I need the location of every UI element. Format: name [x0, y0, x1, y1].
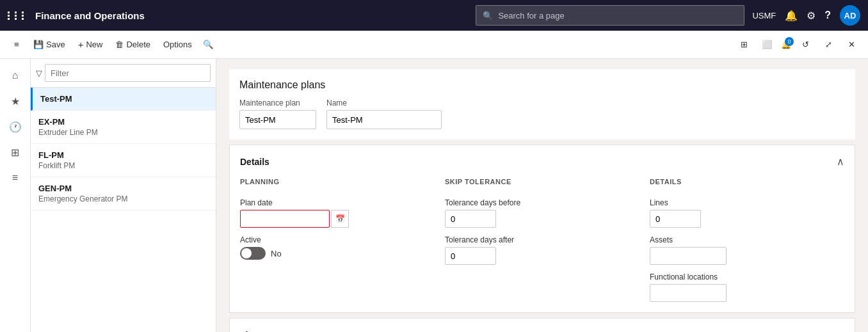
list-item[interactable]: FL-PM Forklift PM	[31, 144, 216, 177]
save-icon: 💾	[33, 40, 44, 49]
name-input[interactable]	[326, 110, 442, 129]
list-item-title: Test-PM	[40, 94, 208, 104]
list-panel: ▽ Test-PM EX-PM Extruder Line PM FL-PM F…	[31, 59, 216, 332]
list-item[interactable]: EX-PM Extruder Line PM	[31, 111, 216, 144]
list-item[interactable]: GEN-PM Emergency Generator PM	[31, 177, 216, 210]
maximize-icon[interactable]: ⤢	[819, 36, 837, 54]
name-field: Name	[326, 99, 442, 129]
filter-icon: ▽	[36, 68, 42, 78]
top-navigation: Finance and Operations 🔍 Search for a pa…	[0, 0, 868, 31]
close-icon[interactable]: ✕	[842, 36, 860, 54]
detail-panel: Maintenance plans Maintenance plan Name …	[216, 59, 868, 332]
plan-date-input[interactable]	[240, 210, 330, 228]
details-title: Details	[240, 157, 269, 167]
list-items: Test-PM EX-PM Extruder Line PM FL-PM For…	[31, 88, 216, 332]
options-button[interactable]: Options	[158, 37, 197, 52]
apps-icon[interactable]	[8, 12, 28, 20]
maintenance-plan-input[interactable]	[239, 110, 316, 129]
bell-icon[interactable]: 🔔	[785, 10, 798, 22]
notification-badge[interactable]: 🔔 0	[781, 40, 791, 49]
list-item-subtitle: Emergency Generator PM	[38, 194, 208, 203]
open-in-new-icon[interactable]: ⬜	[758, 36, 776, 54]
sidebar-home-icon[interactable]: ⌂	[4, 64, 27, 87]
sidebar-clock-icon[interactable]: 🕐	[4, 115, 27, 138]
list-filter-bar: ▽	[31, 59, 216, 88]
favorites-icon[interactable]: ⊞	[735, 36, 753, 54]
tolerance-days-after-input[interactable]	[445, 247, 496, 265]
details-section: Details ∧ PLANNING Plan date 📅 Activ	[229, 145, 855, 313]
planning-col-label: PLANNING	[240, 178, 435, 186]
details-grid: PLANNING Plan date 📅 Active	[240, 178, 844, 302]
toolbar-right-actions: ⊞ ⬜ 🔔 0 ↺ ⤢ ✕	[735, 36, 860, 54]
active-field: Active No	[240, 235, 435, 260]
name-label: Name	[326, 99, 442, 107]
main-layout: ⌂ ★ 🕐 ⊞ ≡ ▽ Test-PM EX-PM Extruder Line …	[0, 59, 868, 332]
assets-input[interactable]	[650, 247, 727, 265]
refresh-icon[interactable]: ↺	[796, 36, 814, 54]
hamburger-menu[interactable]: ≡	[8, 36, 26, 54]
user-region: USMF	[752, 11, 776, 20]
functional-locations-field: Functional locations	[650, 273, 844, 302]
active-toggle[interactable]	[240, 247, 266, 260]
plan-date-field: Plan date 📅	[240, 198, 435, 228]
details-section-header: Details ∧	[240, 155, 844, 170]
list-item[interactable]: Test-PM	[31, 88, 216, 111]
save-button[interactable]: 💾 Save	[28, 37, 70, 52]
details-collapse-button[interactable]: ∧	[837, 155, 844, 168]
calendar-button[interactable]: 📅	[331, 210, 349, 228]
details-column: DETAILS Lines Assets Functional location…	[650, 178, 844, 302]
top-nav-right: USMF 🔔 ⚙ ? AD	[752, 5, 860, 26]
new-button[interactable]: + New	[73, 36, 108, 52]
active-value: No	[271, 249, 282, 258]
sidebar-icons: ⌂ ★ 🕐 ⊞ ≡	[0, 59, 31, 332]
delete-button[interactable]: 🗑 Delete	[110, 37, 156, 52]
search-toolbar-icon[interactable]: 🔍	[200, 36, 218, 54]
functional-locations-input[interactable]	[650, 284, 727, 302]
maintenance-plan-label: Maintenance plan	[239, 99, 316, 107]
sidebar-menu-icon[interactable]: ≡	[4, 166, 27, 189]
skip-tolerance-col-label: SKIP TOLERANCE	[445, 178, 639, 186]
sidebar-star-icon[interactable]: ★	[4, 90, 27, 113]
global-search[interactable]: 🔍 Search for a page	[476, 5, 744, 26]
tolerance-days-after-field: Tolerance days after	[445, 235, 639, 265]
lines-input[interactable]	[650, 210, 701, 228]
lines-field: Lines	[650, 198, 844, 228]
help-icon[interactable]: ?	[824, 10, 831, 21]
sidebar-table-icon[interactable]: ⊞	[4, 141, 27, 164]
active-label: Active	[240, 235, 435, 244]
plan-date-label: Plan date	[240, 198, 435, 207]
toolbar: ≡ 💾 Save + New 🗑 Delete Options 🔍 ⊞ ⬜ 🔔 …	[0, 31, 868, 59]
maintenance-plan-field: Maintenance plan	[239, 99, 316, 129]
form-header: Maintenance plans Maintenance plan Name	[229, 69, 855, 139]
tolerance-days-before-label: Tolerance days before	[445, 198, 639, 207]
toggle-knob	[241, 248, 252, 258]
plan-date-input-group: 📅	[240, 210, 435, 228]
details-col-label: DETAILS	[650, 178, 844, 186]
lines-section: Lines ∧ + Add time line + Add asset coun…	[229, 318, 855, 332]
skip-tolerance-column: SKIP TOLERANCE Tolerance days before Tol…	[445, 178, 639, 302]
lines-label: Lines	[650, 198, 844, 207]
section-title: Maintenance plans	[239, 79, 845, 91]
tolerance-days-before-field: Tolerance days before	[445, 198, 639, 228]
form-header-fields: Maintenance plan Name	[239, 99, 845, 129]
search-icon: 🔍	[483, 11, 493, 20]
filter-input[interactable]	[45, 64, 211, 82]
app-title: Finance and Operations	[35, 10, 468, 21]
list-item-subtitle: Extruder Line PM	[38, 128, 208, 137]
search-placeholder: Search for a page	[498, 11, 564, 20]
assets-label: Assets	[650, 235, 844, 244]
new-icon: +	[78, 39, 84, 50]
user-avatar[interactable]: AD	[840, 5, 860, 26]
lines-section-header: Lines ∧	[240, 329, 844, 332]
lines-title: Lines	[240, 330, 264, 333]
assets-field: Assets	[650, 235, 844, 265]
gear-icon[interactable]: ⚙	[807, 10, 816, 22]
delete-icon: 🗑	[115, 40, 124, 49]
planning-column: PLANNING Plan date 📅 Active	[240, 178, 435, 302]
tolerance-days-before-input[interactable]	[445, 210, 496, 228]
list-item-title: EX-PM	[38, 117, 208, 127]
tolerance-days-after-label: Tolerance days after	[445, 235, 639, 244]
lines-collapse-button[interactable]: ∧	[837, 329, 844, 332]
functional-locations-label: Functional locations	[650, 273, 844, 281]
list-item-title: FL-PM	[38, 150, 208, 160]
